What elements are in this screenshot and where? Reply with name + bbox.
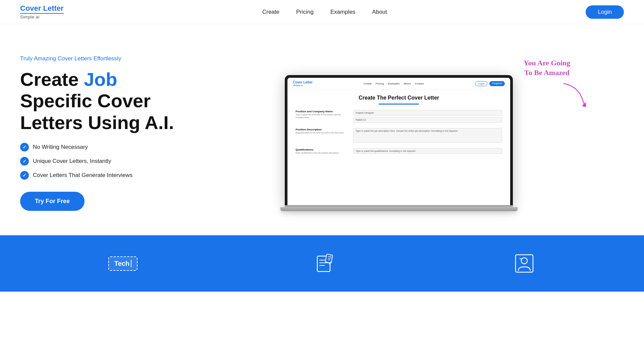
logo-bottom: Simple.ai: [20, 13, 64, 19]
headline-prefix: Create: [20, 69, 84, 90]
checklist-label-2: Unique Cover Letters, Instantly: [33, 158, 111, 165]
hero-left: Truly Amazing Cover Letters Effortlessly…: [20, 55, 174, 211]
login-button[interactable]: Login: [586, 5, 624, 19]
bottom-item-tech: Tech: [108, 256, 138, 271]
mock-field-position: Position and Company Name Type or paste …: [296, 110, 502, 124]
laptop-screen: Cover Letter Simple.ai Create Pricing Ex…: [285, 75, 513, 205]
annotation-arrow: [560, 80, 590, 110]
main-nav: Cover Letter Simple.ai Create Pricing Ex…: [0, 0, 644, 24]
feature-checklist: No Writing Necessary Unique Cover Letter…: [20, 143, 174, 180]
mock-links: Create Pricing Examples About Contact: [364, 82, 424, 85]
mock-field-qualifications: Qualifications Enter Qualifications from…: [296, 148, 502, 155]
try-free-button[interactable]: Try For Free: [20, 192, 85, 211]
mock-logo: Cover Letter Simple.ai: [293, 80, 313, 86]
hero-section: Truly Amazing Cover Letters Effortlessly…: [0, 24, 644, 235]
laptop-mockup: Cover Letter Simple.ai Create Pricing Ex…: [285, 75, 513, 211]
hero-annotation: You Are GoingTo Be Amazed: [524, 58, 570, 77]
check-icon-1: [20, 143, 29, 152]
edit-document-icon: [314, 252, 337, 275]
bottom-item-profile: [513, 252, 536, 275]
hero-right: You Are GoingTo Be Amazed Cover Letter S…: [174, 55, 624, 211]
nav-about[interactable]: About: [372, 9, 387, 15]
hero-headline: Create Job Specific Cover Letters Using …: [20, 69, 174, 133]
bottom-item-edit: [314, 252, 337, 275]
headline-blue: Job: [84, 69, 117, 90]
mock-nav: Cover Letter Simple.ai Create Pricing Ex…: [287, 78, 510, 89]
mock-title: Create The Perfect Cover Letter: [287, 89, 510, 104]
mock-form: Position and Company Name Type or paste …: [287, 110, 510, 155]
checklist-item-3: Cover Letters That Generate Interviews: [20, 171, 174, 180]
logo[interactable]: Cover Letter Simple.ai: [20, 4, 64, 19]
bottom-blue-section: Tech: [0, 235, 644, 292]
mock-field-description: Position Description Biographical/bio in…: [296, 128, 502, 144]
checklist-item-2: Unique Cover Letters, Instantly: [20, 157, 174, 166]
profile-document-icon: [513, 252, 536, 275]
checklist-item-1: No Writing Necessary: [20, 143, 174, 152]
mock-buttons: Login Register: [475, 81, 505, 86]
tech-label: Tech: [108, 256, 138, 271]
text-cursor: [131, 260, 131, 267]
checklist-label-3: Cover Letters That Generate Interviews: [33, 172, 132, 179]
svg-marker-0: [582, 102, 586, 107]
logo-top: Cover Letter: [20, 4, 64, 12]
checklist-label-1: No Writing Necessary: [33, 144, 88, 150]
nav-pricing[interactable]: Pricing: [296, 9, 314, 15]
nav-create[interactable]: Create: [262, 9, 279, 15]
laptop-inner: Cover Letter Simple.ai Create Pricing Ex…: [287, 78, 510, 205]
laptop-foot: [280, 207, 518, 211]
check-icon-3: [20, 171, 29, 180]
mock-divider: [379, 104, 419, 105]
nav-links: Create Pricing Examples About: [262, 9, 387, 15]
hero-tagline: Truly Amazing Cover Letters Effortlessly: [20, 55, 174, 62]
check-icon-2: [20, 157, 29, 166]
nav-examples[interactable]: Examples: [330, 9, 356, 15]
